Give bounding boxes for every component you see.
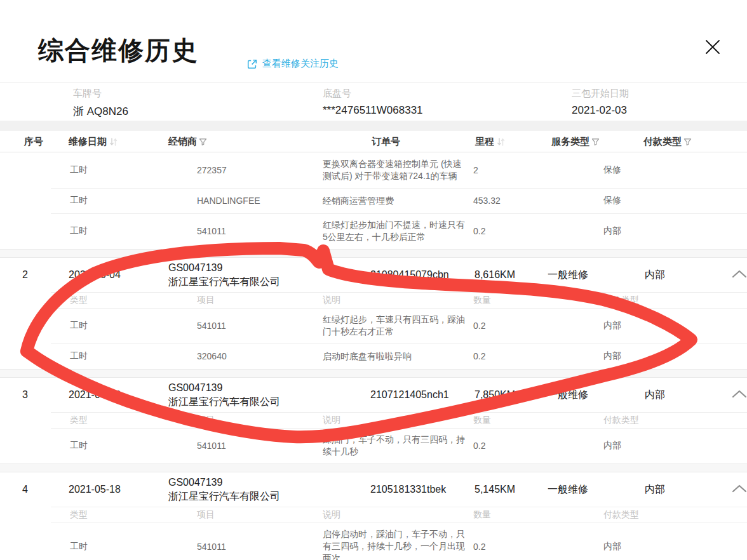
- detail-item: HANDLINGFEE: [197, 196, 323, 206]
- detail-qty: 2: [473, 165, 603, 175]
- repair-row: 3 2021-07-12 GS0047139 浙江星宝行汽车有限公司 21071…: [0, 378, 747, 412]
- plate-value: 浙 AQ8N26: [73, 104, 128, 119]
- filter-icon[interactable]: [591, 138, 600, 146]
- col-service-type[interactable]: 服务类型: [551, 131, 600, 152]
- detail-type: 工时: [70, 350, 197, 362]
- view-watch-history-link[interactable]: 查看维修关注历史: [246, 58, 339, 70]
- dealer-code: GS0047139: [168, 381, 368, 395]
- detail-qty: 0.2: [473, 351, 603, 361]
- repair-group-2: 2 2021-08-04 GS0047139 浙江星宝行汽车有限公司 21080…: [0, 258, 747, 369]
- date-cell: 2021-07-12: [69, 389, 168, 401]
- vin-label: 底盘号: [323, 88, 423, 100]
- date-cell: 2021-05-18: [69, 484, 168, 495]
- external-link-icon: [246, 58, 258, 70]
- date-cell: 2021-08-04: [69, 269, 168, 281]
- detail-item: 541011: [197, 542, 323, 552]
- detail-qty: 0.2: [473, 321, 603, 331]
- detail-desc: 更换双离合器变速箱控制单元 (快速测试后) 对于带变速箱724.1的车辆: [323, 158, 469, 182]
- collapse-button[interactable]: [732, 269, 747, 281]
- mileage-cell: 7,850KM: [474, 389, 548, 401]
- dialog-header: 综合维修历史 查看维修关注历史: [0, 0, 747, 82]
- collapse-button[interactable]: [732, 484, 747, 495]
- col-mileage[interactable]: 里程: [475, 131, 506, 152]
- vehicle-info-bar: 车牌号 浙 AQ8N26 底盘号 ***2476511W068331 三包开始日…: [0, 82, 747, 121]
- detail-pay: 内部: [603, 440, 747, 451]
- detail-type: 工时: [70, 541, 197, 552]
- col-order-no: 订单号: [372, 131, 400, 152]
- detail-header: 类型 项目 说明 数量 付款类型: [0, 292, 747, 308]
- sort-icon[interactable]: [496, 137, 506, 147]
- detail-qty: 453.32: [473, 196, 603, 206]
- dealer-cell: GS0047139 浙江星宝行汽车有限公司: [168, 476, 368, 503]
- plate-field: 车牌号 浙 AQ8N26: [73, 83, 128, 119]
- view-watch-history-label: 查看维修关注历史: [262, 58, 339, 70]
- detail-item: 541011: [197, 321, 323, 331]
- detail-pay: 内部: [603, 225, 747, 237]
- detail-desc: 启动时底盘有啦啦异响: [323, 350, 469, 363]
- detail-type: 工时: [70, 320, 197, 331]
- dealer-cell: GS0047139 浙江星宝行汽车有限公司: [168, 381, 368, 409]
- detail-type: 工时: [70, 225, 197, 237]
- filter-icon[interactable]: [683, 138, 692, 146]
- separator-band: [0, 121, 747, 131]
- col-dealer[interactable]: 经销商: [168, 131, 207, 152]
- detail-row: 工时 541011 启停启动时，踩油门，车子不动，只有三四码，持续十几秒，一个月…: [0, 523, 747, 560]
- collapse-button[interactable]: [732, 389, 747, 401]
- dealer-name: 浙江星宝行汽车有限公司: [168, 395, 368, 409]
- detail-desc: 红绿灯起步加油门不提速，时速只有5公里左右，十几秒后正常: [323, 219, 469, 243]
- page-title: 综合维修历史: [38, 33, 198, 68]
- col-repair-date[interactable]: 维修日期: [69, 131, 118, 152]
- service-type-cell: 一般维修: [548, 269, 645, 282]
- vin-value: ***2476511W068331: [323, 104, 423, 117]
- payment-type-cell: 内部: [645, 483, 723, 497]
- group-separator: [0, 463, 747, 472]
- detail-type: 工时: [70, 164, 197, 176]
- col-seq: 序号: [24, 131, 43, 152]
- order-cell: 21080415079cbn: [368, 269, 474, 281]
- detail-item: 541011: [197, 226, 323, 236]
- maintenance-history-dialog: 综合维修历史 查看维修关注历史 车牌号 浙 AQ8N26: [0, 0, 747, 560]
- plate-label: 车牌号: [73, 88, 128, 100]
- mileage-cell: 5,145KM: [474, 484, 548, 495]
- repair-row: 4 2021-05-18 GS0047139 浙江星宝行汽车有限公司 21051…: [0, 472, 747, 507]
- service-type-cell: 一般维修: [548, 483, 645, 497]
- dealer-code: GS0047139: [168, 476, 368, 490]
- detail-qty: 0.2: [473, 542, 603, 552]
- detail-row: 工时 HANDLINGFEE 经销商运营管理费 453.32 保修: [0, 188, 747, 213]
- detail-type: 工时: [70, 440, 197, 451]
- dealer-cell: GS0047139 浙江星宝行汽车有限公司: [168, 261, 368, 289]
- detail-header: 类型 项目 说明 数量 付款类型: [0, 412, 747, 428]
- detail-item: 541011: [197, 441, 323, 451]
- filter-icon[interactable]: [199, 138, 207, 146]
- chevron-up-icon: [732, 389, 747, 401]
- detail-pay: 内部: [603, 320, 747, 331]
- sort-icon[interactable]: [109, 137, 118, 147]
- seq-cell: 2: [0, 269, 69, 281]
- detail-qty: 0.2: [473, 226, 603, 236]
- detail-row: 工时 541011 红绿灯起步，车速只有四五码，踩油门十秒左右才正常 0.2 内…: [0, 308, 747, 343]
- service-type-cell: 一般维修: [548, 389, 645, 402]
- dealer-name: 浙江星宝行汽车有限公司: [168, 275, 368, 289]
- group-separator: [0, 249, 747, 258]
- dealer-name: 浙江星宝行汽车有限公司: [168, 490, 368, 503]
- col-payment-type[interactable]: 付款类型: [643, 131, 692, 152]
- repair-group-3: 3 2021-07-12 GS0047139 浙江星宝行汽车有限公司 21071…: [0, 378, 747, 463]
- repair-group-4: 4 2021-05-18 GS0047139 浙江星宝行汽车有限公司 21051…: [0, 472, 747, 560]
- table-header: 序号 维修日期 经销商 订单号 里程: [0, 131, 747, 152]
- detail-pay: 内部: [603, 350, 747, 362]
- group-separator: [0, 369, 747, 378]
- close-button[interactable]: [701, 37, 724, 60]
- seq-cell: 3: [0, 389, 69, 401]
- payment-type-cell: 内部: [645, 389, 723, 402]
- detail-pay: 内部: [603, 541, 747, 552]
- repair-group-1-partial: 工时 272357 更换双离合器变速箱控制单元 (快速测试后) 对于带变速箱72…: [0, 152, 747, 249]
- payment-type-cell: 内部: [645, 269, 723, 282]
- detail-desc: 启停启动时，踩油门，车子不动，只有三四码，持续十几秒，一个月出现两次: [323, 528, 469, 560]
- vin-field: 底盘号 ***2476511W068331: [323, 83, 423, 117]
- detail-item: 272357: [197, 165, 323, 175]
- detail-item: 320640: [197, 351, 323, 361]
- detail-qty: 0.2: [473, 441, 603, 451]
- chevron-up-icon: [732, 484, 747, 495]
- detail-row: 工时 541011 红绿灯起步加油门不提速，时速只有5公里左右，十几秒后正常 0…: [0, 213, 747, 249]
- detail-pay: 保修: [603, 164, 747, 176]
